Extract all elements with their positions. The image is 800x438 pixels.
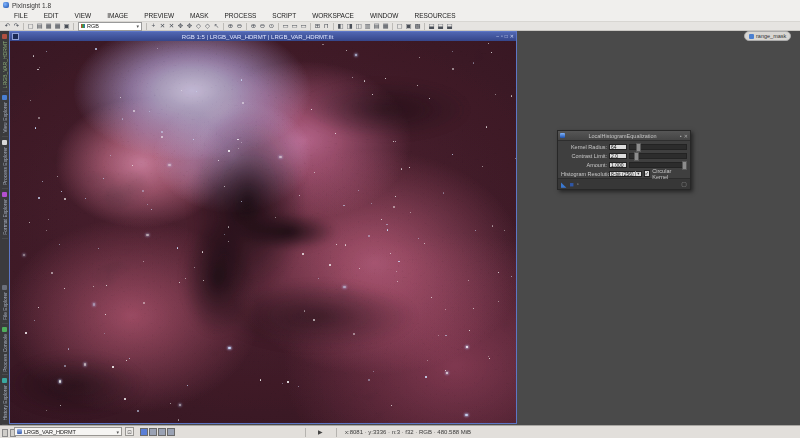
range-mask-window-tab[interactable]: range_mask	[744, 31, 791, 41]
pointer-mode-icon[interactable]: ↖	[212, 22, 221, 30]
kernel-radius-input[interactable]: 64	[609, 144, 627, 150]
rgb-swatch-icon	[81, 24, 85, 28]
nebula-image-canvas[interactable]	[10, 41, 516, 423]
close-button[interactable]: ✕	[510, 33, 514, 40]
sidebar-tab-process-explorer[interactable]: Process Explorer	[2, 137, 8, 189]
sidebar-tab-lrgb-var-hdrmt[interactable]: LRGB_VAR_HDRMT	[2, 31, 8, 92]
slider-thumb[interactable]	[682, 161, 687, 170]
menu-item-preview[interactable]: PREVIEW	[136, 12, 182, 19]
kernel-radius-slider[interactable]	[629, 144, 687, 150]
cascade-windows-icon[interactable]: ⊓	[322, 22, 331, 30]
menu-item-edit[interactable]: EDIT	[36, 12, 67, 19]
sidebar-tab-file-explorer[interactable]: File Explorer	[2, 282, 8, 324]
zoom-in-alt-icon[interactable]: ⊕	[249, 22, 258, 30]
zoom-out-alt-icon[interactable]: ⊖	[258, 22, 267, 30]
workspace-3-icon[interactable]: ⬓	[445, 22, 454, 30]
stf-auto-icon[interactable]: ◧	[336, 22, 345, 30]
new-image-icon[interactable]: ▢	[26, 22, 35, 30]
sidebar-tab-icon	[2, 140, 7, 145]
menu-item-window[interactable]: WINDOW	[362, 12, 407, 19]
rgb-channel-combo[interactable]: RGB▾	[78, 22, 142, 31]
workspace-button-1[interactable]	[140, 428, 148, 436]
reset-button[interactable]: ▢	[681, 180, 687, 189]
view-options-button[interactable]: ⊡	[125, 427, 134, 436]
image-window[interactable]: RGB 1:5 | LRGB_VAR_HDRMT | LRGB_VAR_HDRM…	[9, 31, 517, 424]
screen-transfer-icon[interactable]: ▥	[363, 22, 372, 30]
zoom-in-icon[interactable]: ⊕	[226, 22, 235, 30]
view-selector-combo[interactable]: LRGB_VAR_HDRMT ▾	[14, 427, 122, 436]
apply-global-button[interactable]: ▫	[577, 180, 579, 189]
toolbar-separator	[392, 23, 393, 30]
statistics-icon[interactable]: ▦	[381, 22, 390, 30]
image-window-titlebar[interactable]: RGB 1:5 | LRGB_VAR_HDRMT | LRGB_VAR_HDRM…	[10, 32, 516, 41]
histogram-icon[interactable]: ▤	[372, 22, 381, 30]
slider-thumb[interactable]	[634, 152, 639, 161]
star	[237, 139, 239, 141]
rotate-left-icon[interactable]: ◇	[194, 22, 203, 30]
sidebar-tab-view-explorer[interactable]: View Explorer	[2, 92, 8, 137]
amount-slider[interactable]	[629, 162, 687, 168]
contrast-limit-input[interactable]: 2.0	[609, 153, 627, 159]
process-icon	[560, 133, 565, 138]
dialog-pin-button[interactable]: ▪	[680, 133, 682, 139]
mask-invert-icon[interactable]: ▩	[413, 22, 422, 30]
workspace-2-icon[interactable]: ⬓	[436, 22, 445, 30]
minimize-button[interactable]: ▫	[501, 33, 503, 40]
contrast-limit-slider[interactable]	[629, 153, 687, 159]
mask-show-icon[interactable]: ▢	[395, 22, 404, 30]
menu-item-resources[interactable]: RESOURCES	[406, 12, 463, 19]
panel-toggle-icon[interactable]	[2, 429, 8, 437]
delete-preview-icon[interactable]: ✕	[158, 22, 167, 30]
maximize-button[interactable]: □	[505, 33, 508, 40]
workspace-button-2[interactable]	[149, 428, 157, 436]
zoom-1-1-icon[interactable]: ⊙	[267, 22, 276, 30]
image-thumbnail-icon[interactable]: ▦	[44, 22, 53, 30]
rotate-right-icon[interactable]: ◇	[203, 22, 212, 30]
fit-window-icon[interactable]: ▭	[281, 22, 290, 30]
dialog-titlebar[interactable]: LocalHistogramEqualization ▪ ✕	[558, 131, 690, 141]
undo-icon[interactable]: ↶	[3, 22, 12, 30]
circular-kernel-checkbox[interactable]: ✓	[644, 170, 651, 177]
zoom-out-icon[interactable]: ⊖	[235, 22, 244, 30]
workspace-1-icon[interactable]: ⬓	[427, 22, 436, 30]
menu-item-view[interactable]: VIEW	[67, 12, 100, 19]
local-histogram-equalization-dialog[interactable]: LocalHistogramEqualization ▪ ✕ Kernel Ra…	[557, 130, 691, 190]
star	[482, 166, 483, 167]
image-thumbnail-dark-icon[interactable]: ▦	[53, 22, 62, 30]
apply-button[interactable]: ■	[569, 180, 573, 189]
workspace-button-4[interactable]	[167, 428, 175, 436]
pan-mode-icon[interactable]: ✥	[176, 22, 185, 30]
star	[120, 97, 121, 98]
amount-input[interactable]: 1.000	[609, 162, 627, 168]
play-button[interactable]: ▶	[318, 428, 323, 435]
new-preview-icon[interactable]: +	[149, 22, 158, 30]
stf-reset-icon[interactable]: ◨	[345, 22, 354, 30]
new-instance-button[interactable]: ◣	[561, 180, 566, 189]
menu-item-process[interactable]: PROCESS	[217, 12, 265, 19]
menu-item-file[interactable]: FILE	[6, 12, 36, 19]
histogram-resolution-select[interactable]: 8-bit (256) ▾	[609, 171, 642, 177]
menu-item-workspace[interactable]: WORKSPACE	[304, 12, 362, 19]
sidebar-tab-format-explorer[interactable]: Format Explorer	[2, 189, 8, 239]
zoom-to-fit-icon[interactable]: ▭	[290, 22, 299, 30]
menu-item-script[interactable]: SCRIPT	[264, 12, 304, 19]
mask-enable-icon[interactable]: ▣	[404, 22, 413, 30]
slider-thumb[interactable]	[636, 143, 641, 152]
menu-item-mask[interactable]: MASK	[182, 12, 216, 19]
stf-edit-icon[interactable]: ◫	[354, 22, 363, 30]
tile-windows-icon[interactable]: ⊞	[313, 22, 322, 30]
image-container-icon[interactable]: ▣	[62, 22, 71, 30]
redo-icon[interactable]: ↷	[12, 22, 21, 30]
left-sidebar-strip: LRGB_VAR_HDRMTView ExplorerProcess Explo…	[0, 31, 9, 425]
workspace-button-3[interactable]	[158, 428, 166, 436]
delete-all-previews-icon[interactable]: ✕	[167, 22, 176, 30]
shade-button[interactable]: –	[496, 33, 499, 40]
dialog-close-button[interactable]: ✕	[684, 133, 688, 139]
open-file-icon[interactable]: ▤	[35, 22, 44, 30]
center-view-icon[interactable]: ✥	[185, 22, 194, 30]
sidebar-tab-history-explorer[interactable]: History Explorer	[2, 375, 8, 425]
menu-item-image[interactable]: IMAGE	[99, 12, 136, 19]
sidebar-tab-process-console[interactable]: Process Console	[2, 324, 8, 376]
star	[129, 358, 130, 359]
fit-screen-icon[interactable]: ▭	[299, 22, 308, 30]
